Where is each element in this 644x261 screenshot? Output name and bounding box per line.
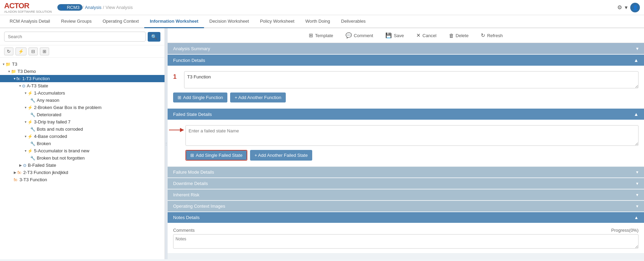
function-textarea[interactable]: T3 Function [184, 71, 639, 88]
tree-node-t3-root[interactable]: ▾ 📁 T3 [0, 61, 165, 68]
notes-textarea[interactable] [173, 234, 639, 249]
search-input[interactable] [4, 32, 146, 42]
tree-node-broken-not-forgotten[interactable]: 🔧 Broken but not forgotten [0, 154, 165, 162]
toggle-b-failed: ▶ [19, 163, 22, 167]
comments-label: Comments [173, 228, 195, 233]
add-another-failed-state-button[interactable]: + Add Another Failed State [250, 150, 312, 161]
collapse-btn[interactable]: ⊟ [29, 47, 38, 55]
tree-node-fx1-t3-function[interactable]: ▾ fx· 1-T3 Function [0, 75, 165, 82]
node-label-any-reason: Any reason [37, 98, 59, 103]
notes-meta-row: Comments Progress(0%) [173, 226, 639, 234]
tree-toolbar: ↻ ⚡ ⊟ ⊞ [0, 45, 165, 58]
inherent-risk-chevron: ▾ [636, 192, 639, 197]
add-another-function-button[interactable]: + Add Another Function [230, 93, 286, 102]
tree-node-accumulators[interactable]: ▾ ⚡ 1-Accumulators [0, 89, 165, 97]
section-analysis-summary: Analysis Summary ▾ [168, 43, 644, 54]
tree-node-fx3-t3-function[interactable]: fx· 3-T3 Function [0, 176, 165, 183]
node-label-acc: 1-Accumulators [34, 90, 65, 96]
tree-node-drip-tray[interactable]: ▾ ⚡ 3-Drip tray failed 7 [0, 118, 165, 126]
user-icon[interactable]: 👤 [630, 3, 640, 12]
comment-button[interactable]: 💬 Comment [343, 31, 376, 40]
tree-node-broken[interactable]: 🔧 Broken [0, 140, 165, 147]
save-icon: 💾 [385, 32, 392, 39]
search-button[interactable]: 🔍 [148, 32, 160, 42]
tab-rcm-detail[interactable]: RCM Analysis Detail [4, 15, 56, 28]
node-label-acc-new: 5-Accumulator is brand new [34, 148, 89, 153]
main-layout: 🔍 ↻ ⚡ ⊟ ⊞ ▾ 📁 T3 ▾ 📁 T3 Demo ▾ [0, 28, 644, 259]
tree-node-deteriorated[interactable]: 🔧 Deteriorated [0, 111, 165, 118]
right-toolbar: ⊞ Template 💬 Comment 💾 Save ✕ Cancel 🗑 D… [168, 28, 644, 43]
badge-icon: 🐾 [60, 5, 66, 10]
tree-node-acc-brand-new[interactable]: ▾ ⚡ 5-Accumulator is brand new [0, 147, 165, 154]
template-button[interactable]: ⊞ Template [306, 31, 336, 40]
tab-information-worksheet[interactable]: Information Worksheet [144, 15, 204, 28]
failed-state-details-header[interactable]: Failed State Details ▲ [168, 109, 644, 120]
tree-node-t3-demo[interactable]: ▾ 📁 T3 Demo [0, 68, 165, 75]
function-details-content: 1 T3 Function ⊞ Add Single Function + Ad… [168, 66, 644, 108]
filter-btn[interactable]: ⚡ [15, 47, 26, 55]
failure-mode-header[interactable]: Failure Mode Details ▾ [168, 167, 644, 177]
failure-mode-chevron: ▾ [636, 170, 639, 175]
add-single-failed-state-button[interactable]: ⊞ Add Single Failed State [186, 151, 247, 160]
node-label-bots: Bots and nuts corroded [37, 127, 83, 132]
panel-divider[interactable]: ⋮ [165, 28, 168, 259]
refresh-button[interactable]: ↻ Refresh [478, 31, 506, 40]
tab-worth-doing[interactable]: Worth Doing [300, 15, 336, 28]
breadcrumb-analysis[interactable]: Analysis [85, 5, 101, 10]
right-panel: ⊞ Template 💬 Comment 💾 Save ✕ Cancel 🗑 D… [168, 28, 644, 259]
tree-node-bots-nuts[interactable]: 🔧 Bots and nuts corroded [0, 126, 165, 133]
tree-node-base-corroded[interactable]: ▾ ⚡ 4-Base corroded [0, 133, 165, 140]
save-label: Save [394, 33, 404, 38]
toggle-fx1: ▾ [14, 77, 15, 80]
save-button[interactable]: 💾 Save [383, 31, 407, 40]
tab-deliverables[interactable]: Deliverables [336, 15, 371, 28]
chevron-down-icon[interactable]: ▾ [625, 4, 628, 11]
section-failed-state-details: Failed State Details ▲ [168, 109, 644, 166]
section-downtime: Downtime Details ▾ [168, 178, 644, 189]
expand-btn[interactable]: ⊞ [40, 47, 49, 55]
tree-node-b-failed-state[interactable]: ▶ ⊙ B-Failed State [0, 162, 165, 169]
breadcrumb: / Analysis / View Analysis [82, 5, 133, 10]
folder-icon-demo: 📁 [11, 69, 16, 74]
node-label-t3-root: T3 [12, 62, 17, 67]
tab-operating-context[interactable]: Operating Context [97, 15, 145, 28]
folder-icon: 📁 [5, 62, 11, 67]
oci-chevron: ▾ [636, 204, 639, 209]
tab-review-groups[interactable]: Review Groups [56, 15, 97, 28]
acc-new-icon: ⚡ [27, 149, 33, 153]
template-icon: ⊞ [309, 32, 313, 39]
analysis-summary-header[interactable]: Analysis Summary ▾ [168, 43, 644, 54]
search-bar: 🔍 [0, 28, 165, 45]
comment-icon: 💬 [346, 32, 352, 39]
notes-content: Comments Progress(0%) [168, 223, 644, 253]
tree-node-a-t3-state[interactable]: ▾ ⊙ A-T3 State [0, 82, 165, 89]
tree-node-any-reason[interactable]: 🔧 Any reason [0, 97, 165, 104]
toggle-gear: ▾ [25, 106, 26, 109]
notes-details-label: Notes Details [173, 215, 200, 220]
settings-icon[interactable]: ⚙ [617, 4, 622, 11]
toggle-base: ▾ [25, 134, 26, 138]
inherent-risk-header[interactable]: Inherent Risk ▾ [168, 189, 644, 200]
cancel-icon: ✕ [416, 32, 421, 39]
section-notes-details: Notes Details ▲ Comments Progress(0%) [168, 212, 644, 253]
tab-policy-worksheet[interactable]: Policy Worksheet [255, 15, 300, 28]
tab-decision-worksheet[interactable]: Decision Worksheet [204, 15, 255, 28]
function-details-header[interactable]: Function Details ▲ [168, 55, 644, 66]
function-details-label: Function Details [173, 58, 205, 63]
toggle-acc: ▾ [25, 91, 26, 95]
notes-details-header[interactable]: Notes Details ▲ [168, 212, 644, 223]
delete-button[interactable]: 🗑 Delete [446, 31, 472, 40]
add-single-failed-state-highlight: ⊞ Add Single Failed State [185, 150, 247, 161]
refresh-tree-btn[interactable]: ↻ [4, 47, 13, 55]
tree-node-fx2-t3-function[interactable]: ▶ fx· 2-T3 Function jkndjkkd [0, 169, 165, 176]
operating-context-images-header[interactable]: Operating Context Images ▾ [168, 201, 644, 211]
cancel-button[interactable]: ✕ Cancel [414, 31, 439, 40]
failed-state-textarea[interactable] [185, 125, 639, 146]
add-single-function-button[interactable]: ⊞ Add Single Function [173, 93, 227, 102]
breadcrumb-separator1: / [82, 5, 84, 10]
downtime-header[interactable]: Downtime Details ▾ [168, 178, 644, 189]
b-failed-icon: ⊙ [23, 163, 26, 168]
comment-label: Comment [354, 33, 373, 38]
tree-node-broken-gear[interactable]: ▾ ⚡ 2-Broken Gear Box is the problem [0, 104, 165, 111]
tree-area: ▾ 📁 T3 ▾ 📁 T3 Demo ▾ fx· 1-T3 Function ▾… [0, 58, 165, 259]
